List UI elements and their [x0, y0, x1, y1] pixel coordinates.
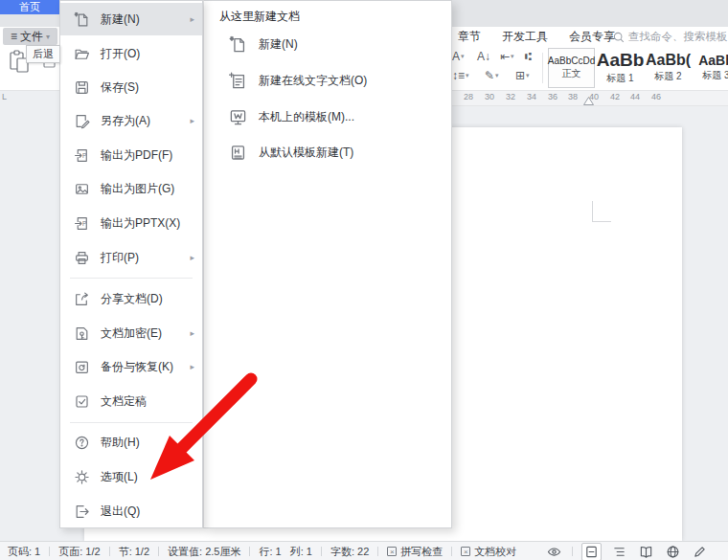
status-separator	[249, 547, 250, 556]
menu-item-label: 打开(O)	[101, 46, 140, 62]
menu-item-export-image[interactable]: 输出为图片(G)	[60, 172, 202, 205]
menu-item-label: 新建(N)	[101, 11, 140, 28]
status-info: 页码: 1 页面: 1/2 节: 1/2 设置值: 2.5厘米 行: 1 列: …	[0, 545, 516, 559]
ruler-number: 32	[501, 92, 520, 101]
submenu-item-new[interactable]: 新建(N)	[204, 28, 451, 60]
menu-item-backup[interactable]: 备份与恢复(K) ▸	[60, 350, 202, 383]
spell-check-label: 拼写检查	[400, 545, 443, 559]
wrap-button[interactable]: ⇤▾	[500, 50, 514, 63]
menu-item-label: 备份与恢复(K)	[101, 359, 173, 375]
line-spacing-button[interactable]: ↕≡▾	[452, 69, 469, 82]
ribbon-tabs: 章节 开发工具 会员专享	[458, 27, 615, 47]
ruler-number: 44	[626, 92, 645, 101]
menu-item-print[interactable]: 打印(P) ▸	[60, 241, 202, 274]
style-heading-1[interactable]: AaBb 标题 1	[598, 48, 643, 86]
indent-marker[interactable]	[583, 97, 594, 105]
export-pptx-icon: P	[74, 215, 90, 232]
tab-dev-tools[interactable]: 开发工具	[502, 29, 548, 45]
menu-item-label: 退出(Q)	[101, 504, 140, 520]
style-heading-2[interactable]: AaBb( 标题 2	[646, 48, 691, 86]
page-status[interactable]: 页面: 1/2	[58, 545, 100, 559]
menu-item-export-pdf[interactable]: P 输出为PDF(F)	[60, 139, 202, 171]
edit-mode-button[interactable]	[691, 544, 709, 560]
menu-separator	[70, 278, 193, 279]
chevron-right-icon: ▸	[190, 253, 194, 262]
read-view-button[interactable]	[637, 544, 655, 560]
paragraph-tools: A▾ A↓ ⇤▾ ⑆ ↕≡▾ ✎▾ ⊞▾	[452, 48, 540, 88]
svg-text:P: P	[82, 151, 86, 158]
word-count-status[interactable]: 字数: 22	[330, 545, 369, 559]
proofread-off-icon: ×	[461, 547, 470, 556]
menu-item-options[interactable]: 选项(L)	[60, 460, 202, 493]
eye-protection-button[interactable]	[545, 544, 563, 560]
highlight-button[interactable]: ✎▾	[485, 69, 499, 82]
outline-view-button[interactable]	[610, 544, 628, 560]
status-separator	[572, 547, 573, 556]
page-view-button[interactable]	[581, 543, 602, 560]
submenu-item-default-template[interactable]: 从默认模板新建(T)	[204, 136, 451, 168]
submenu-header: 从这里新建文档	[219, 9, 300, 25]
menu-item-export-pptx[interactable]: P 输出为PPTX(X)	[60, 207, 202, 239]
encrypt-icon	[74, 325, 90, 342]
wps-writer-window: 首页 ≡ 文件 ▾ 章节 开发工具 会员专享 查找命令、搜索模板 粘贴 ▾ 后退…	[0, 0, 728, 560]
char-scale-button[interactable]: A↓	[477, 50, 490, 63]
view-controls	[545, 543, 728, 560]
ruler-number: 34	[522, 92, 541, 101]
menu-item-finalize[interactable]: 文档定稿	[60, 385, 202, 417]
file-menu-button[interactable]: ≡ 文件 ▾	[3, 28, 57, 45]
tab-stop-selector[interactable]: L	[2, 92, 7, 101]
margin-corner-mark	[592, 201, 593, 221]
ruler-number: 46	[647, 92, 666, 101]
menu-item-label: 保存(S)	[101, 79, 139, 96]
eye-icon	[547, 545, 561, 559]
borders-button[interactable]: ⊞▾	[515, 69, 530, 82]
status-separator	[109, 547, 110, 556]
menu-separator	[70, 422, 193, 423]
spell-check-toggle[interactable]: × 拼写检查	[387, 545, 443, 559]
ruler-number: 42	[605, 92, 625, 101]
char-spacing-button[interactable]: ⑆	[525, 50, 532, 63]
menu-item-exit[interactable]: 退出(Q)	[60, 495, 202, 527]
chevron-right-icon: ▸	[190, 14, 194, 24]
default-template-icon	[229, 144, 247, 162]
text-direction-button[interactable]: A▾	[452, 50, 465, 63]
menu-item-label: 另存为(A)	[101, 113, 150, 129]
ruler-number: 30	[480, 92, 499, 101]
help-icon	[74, 435, 90, 451]
section-status[interactable]: 节: 1/2	[119, 545, 149, 559]
new-document-icon	[229, 35, 247, 54]
submenu-item-new-online-doc[interactable]: 新建在线文字文档(O)	[204, 64, 451, 97]
page-number-status[interactable]: 页码: 1	[8, 545, 40, 559]
style-gallery: AaBbCcDd 正文 AaBb 标题 1 AaBb( 标题 2 AaBb 标题…	[548, 48, 728, 87]
style-heading-3[interactable]: AaBb 标题 3	[694, 48, 728, 86]
margin-corner-mark	[592, 221, 611, 222]
svg-text:P: P	[82, 219, 86, 226]
export-pdf-icon: P	[74, 147, 90, 164]
outline-view-icon	[612, 545, 626, 559]
menu-item-save-as[interactable]: 另存为(A) ▸	[60, 104, 202, 137]
status-separator	[377, 547, 378, 556]
menu-item-share[interactable]: 分享文档(D)	[60, 282, 202, 315]
style-label: 标题 2	[654, 70, 681, 83]
exit-icon	[74, 504, 90, 520]
menu-item-new[interactable]: 新建(N) ▸	[60, 3, 202, 35]
proofread-toggle[interactable]: × 文档校对	[461, 545, 516, 559]
tab-section[interactable]: 章节	[458, 29, 481, 45]
style-normal[interactable]: AaBbCcDd 正文	[548, 48, 595, 88]
submenu-item-local-templates[interactable]: 本机上的模板(M)...	[204, 101, 451, 133]
menu-item-open[interactable]: 打开(O)	[60, 37, 202, 70]
menu-item-help[interactable]: 帮助(H)	[60, 426, 202, 459]
chevron-right-icon: ▸	[190, 328, 194, 338]
command-search[interactable]: 查找命令、搜索模板	[613, 27, 728, 47]
setting-value-status[interactable]: 设置值: 2.5厘米	[168, 545, 240, 559]
tab-member[interactable]: 会员专享	[569, 29, 615, 45]
chevron-down-icon: ▾	[46, 33, 50, 41]
web-view-button[interactable]	[664, 544, 682, 560]
style-sample: AaBbCcDd	[548, 56, 595, 66]
ruler-number: 36	[543, 92, 562, 101]
menu-item-encrypt[interactable]: 文档加密(E) ▸	[60, 317, 202, 349]
menu-item-save[interactable]: 保存(S)	[60, 71, 202, 103]
status-separator	[321, 547, 322, 556]
home-tab[interactable]: 首页	[0, 0, 59, 14]
line-status: 行: 1	[259, 545, 281, 559]
